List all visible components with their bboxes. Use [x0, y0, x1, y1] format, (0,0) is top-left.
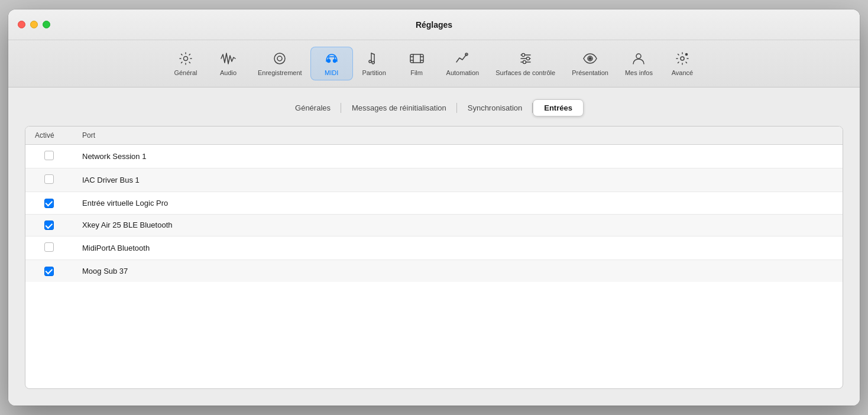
toolbar: Général Audio Enregistrement — [8, 40, 860, 87]
toolbar-label-presentation: Présentation — [572, 69, 608, 76]
checkbox[interactable] — [44, 242, 54, 252]
svg-point-26 — [523, 61, 526, 64]
cell-port: IAC Driver Bus 1 — [73, 168, 843, 192]
cell-active — [25, 260, 73, 282]
column-header-port: Port — [73, 127, 843, 145]
cell-active — [25, 145, 73, 168]
cell-port: Moog Sub 37 — [73, 260, 843, 282]
svg-point-2 — [277, 56, 282, 61]
toolbar-item-audio[interactable]: Audio — [207, 47, 250, 80]
close-button[interactable] — [18, 21, 25, 28]
toolbar-label-surfaces: Surfaces de contrôle — [495, 69, 555, 76]
tab-generales[interactable]: Générales — [284, 100, 341, 116]
eye-icon — [582, 51, 598, 66]
automation-icon — [455, 51, 470, 66]
toolbar-label-enregistrement: Enregistrement — [258, 69, 302, 76]
gear-icon — [178, 51, 193, 66]
svg-point-30 — [681, 57, 684, 60]
toolbar-label-automation: Automation — [446, 69, 480, 76]
checkbox[interactable] — [44, 267, 54, 276]
cell-port: Entrée virtuelle Logic Pro — [73, 192, 843, 215]
toolbar-label-midi: MIDI — [325, 69, 338, 76]
film-icon — [409, 51, 425, 66]
toolbar-item-avance[interactable]: Avancé — [661, 47, 704, 80]
svg-point-29 — [636, 54, 641, 59]
table-header-row: Activé Port — [25, 127, 843, 145]
tab-synchronisation[interactable]: Synchronisation — [457, 100, 533, 116]
tab-bar: Générales Messages de réinitialisation S… — [284, 99, 584, 116]
cell-port: Network Session 1 — [73, 145, 843, 168]
svg-point-1 — [274, 53, 285, 64]
toolbar-item-surfaces[interactable]: Surfaces de contrôle — [487, 47, 563, 80]
toolbar-label-audio: Audio — [220, 69, 237, 76]
toolbar-item-automation[interactable]: Automation — [438, 47, 488, 80]
maximize-button[interactable] — [43, 21, 50, 28]
traffic-lights — [18, 21, 50, 28]
svg-point-31 — [685, 54, 687, 56]
checkbox[interactable] — [44, 199, 54, 208]
cell-active — [25, 236, 73, 260]
toolbar-label-mesinfos: Mes infos — [625, 69, 653, 76]
minimize-button[interactable] — [30, 21, 38, 28]
column-header-active: Activé — [25, 127, 73, 145]
table-row: Network Session 1 — [25, 145, 843, 168]
toolbar-item-enregistrement[interactable]: Enregistrement — [250, 47, 310, 80]
table-row: IAC Driver Bus 1 — [25, 168, 843, 192]
waveform-icon — [221, 51, 236, 66]
toolbar-label-general: Général — [174, 69, 197, 76]
main-window: Réglages Général Audio — [8, 9, 860, 406]
toolbar-item-film[interactable]: Film — [396, 47, 438, 80]
table-row: MidiPortA Bluetooth — [25, 236, 843, 260]
svg-point-24 — [522, 54, 524, 57]
cell-port: Xkey Air 25 BLE Bluetooth — [73, 214, 843, 236]
toolbar-label-film: Film — [410, 69, 423, 76]
window-title: Réglages — [416, 20, 452, 30]
table-row: Entrée virtuelle Logic Pro — [25, 192, 843, 215]
table-row: Moog Sub 37 — [25, 260, 843, 282]
music-notes-icon — [367, 51, 382, 66]
toolbar-label-avance: Avancé — [672, 69, 694, 76]
cell-port: MidiPortA Bluetooth — [73, 236, 843, 260]
toolbar-item-general[interactable]: Général — [164, 47, 207, 80]
person-icon — [631, 51, 646, 66]
svg-point-25 — [526, 57, 529, 60]
checkbox[interactable] — [44, 151, 54, 160]
checkbox[interactable] — [44, 174, 54, 184]
table-row: Xkey Air 25 BLE Bluetooth — [25, 214, 843, 236]
tab-messages[interactable]: Messages de réinitialisation — [341, 100, 457, 116]
svg-point-11 — [369, 60, 371, 63]
gear-advanced-icon — [675, 51, 690, 66]
midi-inputs-table-container: Activé Port Network Session 1IAC Driver … — [25, 126, 843, 389]
toolbar-item-midi[interactable]: MIDI — [310, 47, 353, 80]
tab-entrees[interactable]: Entrées — [533, 99, 584, 116]
titlebar: Réglages — [8, 9, 860, 40]
cell-active — [25, 214, 73, 236]
midi-inputs-table: Activé Port Network Session 1IAC Driver … — [25, 127, 843, 282]
record-icon — [272, 51, 287, 66]
toolbar-item-presentation[interactable]: Présentation — [563, 47, 617, 80]
toolbar-label-partition: Partition — [362, 69, 386, 76]
content-area: Générales Messages de réinitialisation S… — [8, 87, 860, 406]
sliders-icon — [518, 51, 533, 66]
cell-active — [25, 168, 73, 192]
toolbar-item-partition[interactable]: Partition — [353, 47, 396, 80]
midi-icon — [324, 51, 339, 66]
svg-rect-13 — [410, 54, 423, 63]
svg-point-12 — [372, 61, 374, 64]
svg-point-0 — [184, 57, 188, 61]
cell-active — [25, 192, 73, 215]
checkbox[interactable] — [44, 221, 54, 230]
svg-point-28 — [589, 57, 591, 60]
toolbar-item-mesinfos[interactable]: Mes infos — [617, 47, 661, 80]
